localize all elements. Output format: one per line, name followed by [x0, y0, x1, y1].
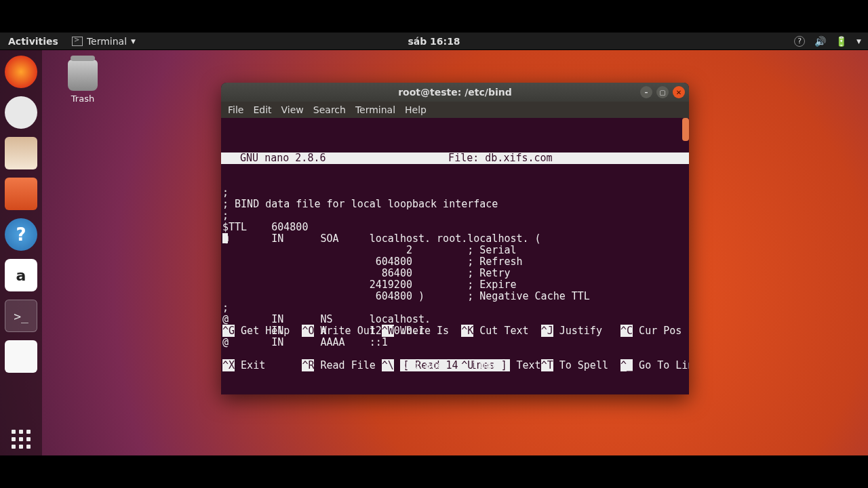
terminal-body[interactable]: GNU nano 2.8.6 File: db.xifs.com ; ; BIN…	[221, 118, 689, 394]
dock-files[interactable]	[5, 137, 37, 169]
menu-terminal[interactable]: Terminal	[355, 104, 395, 115]
shortcut-key: ^C	[620, 325, 633, 337]
shortcut-label: Replace	[394, 359, 461, 371]
terminal-icon	[72, 37, 83, 46]
shortcut-label: Get Help	[235, 325, 302, 337]
shortcut-key: ^T	[541, 359, 553, 371]
shortcut-label: Exit	[235, 359, 302, 371]
dock-show-apps[interactable]	[5, 423, 37, 455]
trash-label: Trash	[68, 94, 98, 104]
window-title: root@teste: /etc/bind	[398, 87, 512, 98]
trash-icon	[68, 60, 98, 91]
shortcut-key: ^J	[541, 325, 553, 337]
shortcut-label: To Spell	[553, 359, 620, 371]
dock: ? a >_	[0, 50, 42, 455]
shortcut-key: ^O	[302, 325, 314, 337]
dock-software[interactable]	[5, 178, 37, 210]
activities-button[interactable]: Activities	[0, 36, 66, 47]
scrollbar[interactable]	[682, 118, 689, 141]
terminal-menubar: File Edit View Search Terminal Help	[221, 102, 689, 118]
window-controls: – ▢ ✕	[640, 86, 685, 98]
nano-shortcuts: ^G Get Help ^O Write Out ^W Where Is ^K …	[221, 302, 689, 394]
menu-help[interactable]: Help	[405, 104, 427, 115]
menu-view[interactable]: View	[281, 104, 304, 115]
dock-firefox[interactable]	[5, 56, 37, 88]
shortcut-label: Where Is	[394, 325, 461, 337]
app-menu[interactable]: Terminal ▼	[66, 36, 141, 47]
letterbox-bottom	[0, 455, 868, 488]
cursor	[222, 233, 228, 243]
shortcut-key: ^W	[382, 325, 394, 337]
desktop-trash[interactable]: Trash	[68, 60, 98, 104]
menu-search[interactable]: Search	[313, 104, 346, 115]
minimize-button[interactable]: –	[640, 86, 652, 98]
shortcut-label: Go To Line	[633, 359, 689, 371]
window-titlebar[interactable]: root@teste: /etc/bind – ▢ ✕	[221, 83, 689, 102]
shortcut-label: Uncut Text	[473, 359, 540, 371]
shortcut-key: ^X	[222, 359, 235, 371]
shortcut-label: Read File	[314, 359, 381, 371]
close-button[interactable]: ✕	[673, 86, 685, 98]
dock-rhythmbox[interactable]	[5, 96, 37, 129]
terminal-window: root@teste: /etc/bind – ▢ ✕ File Edit Vi…	[221, 83, 689, 394]
menu-edit[interactable]: Edit	[253, 104, 271, 115]
battery-icon[interactable]: 🔋	[835, 36, 847, 47]
shortcut-label: Justify	[553, 325, 620, 337]
clock[interactable]: sáb 16:18	[408, 36, 460, 47]
dock-libreoffice[interactable]	[5, 340, 37, 373]
apps-grid-icon	[12, 430, 31, 449]
nano-header: GNU nano 2.8.6 File: db.xifs.com	[221, 152, 689, 164]
shortcut-key: ^_	[620, 359, 633, 371]
dock-amazon[interactable]: a	[5, 259, 37, 291]
desktop: Activities Terminal ▼ sáb 16:18 ? 🔊 🔋 ▼ …	[0, 33, 868, 455]
shortcut-label: Cur Pos	[633, 325, 689, 337]
dock-terminal[interactable]: >_	[5, 300, 37, 332]
shortcut-key: ^U	[461, 359, 473, 371]
power-menu-icon[interactable]: ▼	[856, 38, 861, 45]
app-menu-label: Terminal	[87, 36, 127, 47]
volume-icon[interactable]: 🔊	[814, 36, 826, 47]
shortcut-key: ^R	[302, 359, 314, 371]
shortcut-key: ^K	[461, 325, 473, 337]
system-tray: ? 🔊 🔋 ▼	[794, 36, 861, 47]
dock-help[interactable]: ?	[5, 218, 37, 251]
letterbox-top	[0, 0, 868, 33]
shortcut-label: Write Out	[314, 325, 381, 337]
maximize-button[interactable]: ▢	[656, 86, 669, 98]
shortcut-key: ^\	[382, 359, 394, 371]
help-icon[interactable]: ?	[794, 36, 805, 47]
gnome-topbar: Activities Terminal ▼ sáb 16:18 ? 🔊 🔋 ▼	[0, 33, 868, 50]
shortcut-key: ^G	[222, 325, 235, 337]
menu-file[interactable]: File	[228, 104, 243, 115]
chevron-down-icon: ▼	[131, 38, 136, 45]
shortcut-label: Cut Text	[473, 325, 540, 337]
